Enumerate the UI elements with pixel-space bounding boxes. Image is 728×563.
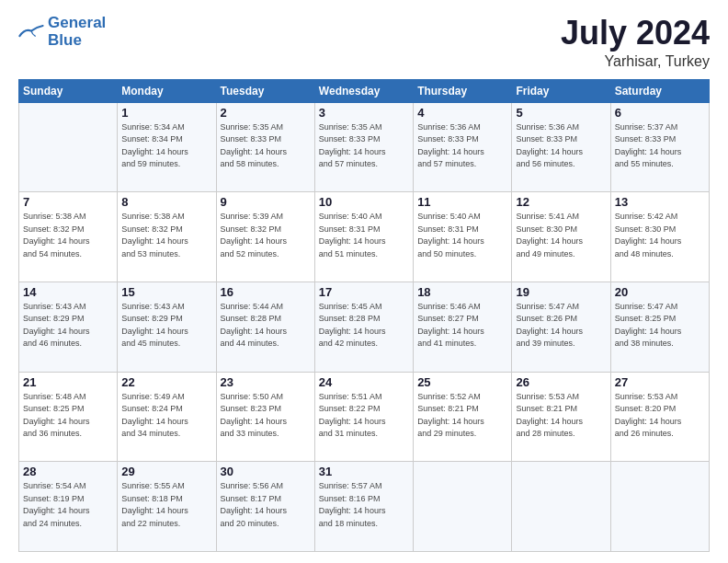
calendar-header-monday: Monday [118,79,216,102]
day-info: Sunrise: 5:40 AMSunset: 8:31 PMDaylight:… [417,211,507,260]
day-info: Sunrise: 5:46 AMSunset: 8:27 PMDaylight:… [417,301,507,350]
day-info: Sunrise: 5:41 AMSunset: 8:30 PMDaylight:… [516,211,606,260]
day-info: Sunrise: 5:56 AMSunset: 8:17 PMDaylight:… [221,480,311,530]
calendar-cell: 13Sunrise: 5:42 AMSunset: 8:30 PMDayligh… [610,192,709,282]
calendar-cell: 3Sunrise: 5:35 AMSunset: 8:33 PMDaylight… [314,102,413,192]
day-info: Sunrise: 5:53 AMSunset: 8:21 PMDaylight:… [516,391,606,441]
page: General Blue July 2024 Yarhisar, Turkey … [0,0,728,563]
day-number: 31 [319,465,409,478]
calendar-cell: 11Sunrise: 5:40 AMSunset: 8:31 PMDayligh… [414,192,512,282]
calendar-cell: 4Sunrise: 5:36 AMSunset: 8:33 PMDaylight… [414,102,512,192]
day-number: 10 [319,195,409,209]
calendar-cell: 12Sunrise: 5:41 AMSunset: 8:30 PMDayligh… [512,192,610,282]
logo-icon [18,23,44,41]
day-number: 13 [615,195,705,209]
day-info: Sunrise: 5:35 AMSunset: 8:33 PMDaylight:… [221,121,311,171]
calendar-cell: 20Sunrise: 5:47 AMSunset: 8:25 PMDayligh… [610,282,709,372]
calendar-table: SundayMondayTuesdayWednesdayThursdayFrid… [18,79,710,552]
day-number: 25 [417,375,507,389]
day-info: Sunrise: 5:50 AMSunset: 8:23 PMDaylight:… [221,391,311,441]
day-info: Sunrise: 5:54 AMSunset: 8:19 PMDaylight:… [23,480,113,530]
day-info: Sunrise: 5:43 AMSunset: 8:29 PMDaylight:… [23,301,113,350]
day-info: Sunrise: 5:38 AMSunset: 8:32 PMDaylight:… [23,211,113,260]
calendar-cell: 28Sunrise: 5:54 AMSunset: 8:19 PMDayligh… [19,462,118,552]
calendar-cell [610,462,709,552]
day-info: Sunrise: 5:45 AMSunset: 8:28 PMDaylight:… [319,301,409,350]
day-info: Sunrise: 5:37 AMSunset: 8:33 PMDaylight:… [615,121,705,171]
day-info: Sunrise: 5:39 AMSunset: 8:32 PMDaylight:… [221,211,311,260]
calendar-cell: 16Sunrise: 5:44 AMSunset: 8:28 PMDayligh… [216,282,314,372]
day-number: 7 [23,195,113,209]
day-info: Sunrise: 5:34 AMSunset: 8:34 PMDaylight:… [121,121,211,171]
day-number: 16 [221,285,311,299]
title-area: July 2024 Yarhisar, Turkey [561,15,710,70]
day-number: 19 [516,285,606,299]
day-number: 27 [615,375,705,389]
calendar-cell: 21Sunrise: 5:48 AMSunset: 8:25 PMDayligh… [19,372,118,462]
day-number: 6 [615,106,705,120]
calendar-cell: 31Sunrise: 5:57 AMSunset: 8:16 PMDayligh… [314,462,413,552]
calendar-cell [512,462,610,552]
calendar-cell: 29Sunrise: 5:55 AMSunset: 8:18 PMDayligh… [118,462,216,552]
calendar-week-4: 21Sunrise: 5:48 AMSunset: 8:25 PMDayligh… [19,372,710,462]
calendar-week-2: 7Sunrise: 5:38 AMSunset: 8:32 PMDaylight… [19,192,710,282]
day-number: 18 [417,285,507,299]
day-info: Sunrise: 5:40 AMSunset: 8:31 PMDaylight:… [319,211,409,260]
day-number: 22 [121,375,211,389]
day-info: Sunrise: 5:44 AMSunset: 8:28 PMDaylight:… [221,301,311,350]
day-number: 24 [319,375,409,389]
day-info: Sunrise: 5:35 AMSunset: 8:33 PMDaylight:… [319,121,409,171]
calendar-cell: 5Sunrise: 5:36 AMSunset: 8:33 PMDaylight… [512,102,610,192]
calendar-week-5: 28Sunrise: 5:54 AMSunset: 8:19 PMDayligh… [19,462,710,552]
day-info: Sunrise: 5:49 AMSunset: 8:24 PMDaylight:… [121,391,211,441]
day-info: Sunrise: 5:43 AMSunset: 8:29 PMDaylight:… [121,301,211,350]
calendar-header-sunday: Sunday [19,79,118,102]
calendar-header-friday: Friday [512,79,610,102]
day-number: 26 [516,375,606,389]
calendar-header-tuesday: Tuesday [216,79,314,102]
calendar-week-3: 14Sunrise: 5:43 AMSunset: 8:29 PMDayligh… [19,282,710,372]
calendar-cell: 7Sunrise: 5:38 AMSunset: 8:32 PMDaylight… [19,192,118,282]
calendar-cell: 24Sunrise: 5:51 AMSunset: 8:22 PMDayligh… [314,372,413,462]
calendar-cell: 23Sunrise: 5:50 AMSunset: 8:23 PMDayligh… [216,372,314,462]
calendar-cell: 25Sunrise: 5:52 AMSunset: 8:21 PMDayligh… [414,372,512,462]
day-info: Sunrise: 5:52 AMSunset: 8:21 PMDaylight:… [417,391,507,441]
header: General Blue July 2024 Yarhisar, Turkey [18,15,710,70]
day-number: 9 [221,195,311,209]
day-number: 5 [516,106,606,120]
logo-general: General [48,14,106,31]
calendar-cell: 9Sunrise: 5:39 AMSunset: 8:32 PMDaylight… [216,192,314,282]
calendar-header-row: SundayMondayTuesdayWednesdayThursdayFrid… [19,79,710,102]
calendar-header-wednesday: Wednesday [314,79,413,102]
day-info: Sunrise: 5:47 AMSunset: 8:26 PMDaylight:… [516,301,606,350]
day-info: Sunrise: 5:36 AMSunset: 8:33 PMDaylight:… [516,121,606,171]
day-number: 30 [221,465,311,478]
day-info: Sunrise: 5:38 AMSunset: 8:32 PMDaylight:… [121,211,211,260]
day-number: 11 [417,195,507,209]
day-info: Sunrise: 5:57 AMSunset: 8:16 PMDaylight:… [319,480,409,530]
day-number: 17 [319,285,409,299]
calendar-week-1: 1Sunrise: 5:34 AMSunset: 8:34 PMDaylight… [19,102,710,192]
day-number: 15 [121,285,211,299]
calendar-cell: 8Sunrise: 5:38 AMSunset: 8:32 PMDaylight… [118,192,216,282]
calendar-cell: 15Sunrise: 5:43 AMSunset: 8:29 PMDayligh… [118,282,216,372]
day-number: 28 [23,465,113,478]
calendar-header-saturday: Saturday [610,79,709,102]
day-info: Sunrise: 5:42 AMSunset: 8:30 PMDaylight:… [615,211,705,260]
day-number: 1 [121,106,211,120]
day-info: Sunrise: 5:51 AMSunset: 8:22 PMDaylight:… [319,391,409,441]
day-number: 8 [121,195,211,209]
logo-blue-text: Blue [48,32,106,50]
calendar-cell: 1Sunrise: 5:34 AMSunset: 8:34 PMDaylight… [118,102,216,192]
day-info: Sunrise: 5:48 AMSunset: 8:25 PMDaylight:… [23,391,113,441]
calendar-cell: 18Sunrise: 5:46 AMSunset: 8:27 PMDayligh… [414,282,512,372]
calendar-cell: 22Sunrise: 5:49 AMSunset: 8:24 PMDayligh… [118,372,216,462]
calendar-cell: 30Sunrise: 5:56 AMSunset: 8:17 PMDayligh… [216,462,314,552]
calendar-cell: 10Sunrise: 5:40 AMSunset: 8:31 PMDayligh… [314,192,413,282]
day-number: 14 [23,285,113,299]
calendar-cell [19,102,118,192]
day-number: 23 [221,375,311,389]
day-number: 2 [221,106,311,120]
calendar-cell: 6Sunrise: 5:37 AMSunset: 8:33 PMDaylight… [610,102,709,192]
day-info: Sunrise: 5:47 AMSunset: 8:25 PMDaylight:… [615,301,705,350]
